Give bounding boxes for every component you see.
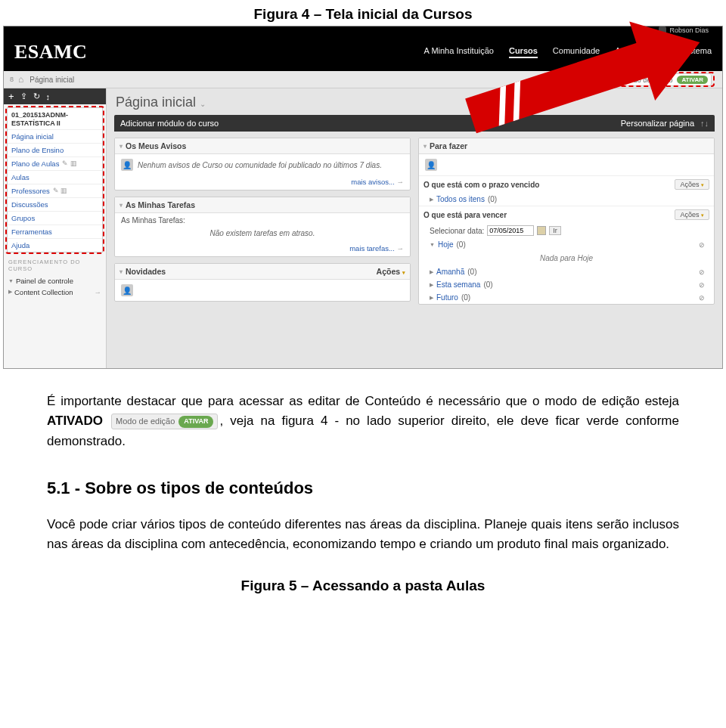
reorder-icon[interactable]: ↑↓ bbox=[700, 119, 709, 128]
main-nav: A Minha Instituição Cursos Comunidade Ad… bbox=[424, 46, 712, 58]
sidebar-item-professores[interactable]: Professores✎ ▥ bbox=[8, 184, 102, 197]
caret-icon: ▶ bbox=[430, 295, 433, 301]
mgmt-heading: GERENCIAMENTO DO CURSO bbox=[8, 259, 101, 275]
module-action-bar: Adicionar módulo do curso Personalizar p… bbox=[114, 115, 715, 132]
row-para-vencer: O que está para vencer Ações ▾ bbox=[419, 206, 714, 223]
course-title: 01_201513ADNM-ESTATÍSTICA II bbox=[8, 108, 102, 129]
panel-minhas-tarefas: ▾As Minhas Tarefas As Minhas Tarefas: Nã… bbox=[114, 197, 411, 257]
edit-icon: ✎ ▥ bbox=[53, 187, 68, 194]
page-title: Página inicial ⌄ bbox=[114, 93, 715, 115]
panel-novidades: ▾Novidades Ações ▾ 👤 bbox=[114, 263, 411, 302]
user-icon: 👤 bbox=[121, 284, 133, 296]
user-icon: 👤 bbox=[425, 159, 437, 171]
panel-title: Novidades bbox=[126, 267, 166, 276]
edit-icon: ✎ ▥ bbox=[62, 160, 77, 167]
caret-icon: ▼ bbox=[8, 278, 14, 283]
sidebar-item-discussoes[interactable]: Discussões bbox=[8, 197, 102, 211]
inline-edit-pill: Modo de edição ATIVAR bbox=[111, 414, 218, 429]
course-management: GERENCIAMENTO DO CURSO ▼Painel de contro… bbox=[4, 252, 106, 301]
row-todos-itens[interactable]: ▶Todos os itens (0) bbox=[419, 193, 714, 206]
acoes-button[interactable]: Ações ▾ bbox=[675, 209, 709, 220]
row-futuro[interactable]: ▶Futuro (0)⊘ bbox=[419, 291, 714, 304]
nav-item-comunidade[interactable]: Comunidade bbox=[553, 46, 600, 58]
row-prazo-vencido: O que está com o prazo vencido Ações ▾ bbox=[419, 175, 714, 193]
row-title: O que está para vencer bbox=[424, 211, 507, 219]
mais-avisos-link[interactable]: mais avisos... bbox=[351, 178, 395, 186]
edit-mode-pill[interactable]: Modo de edição ATIVAR bbox=[608, 73, 712, 86]
row-select-date: Selecionar data: Ir bbox=[419, 223, 714, 238]
mgmt-item-content[interactable]: ▶Content Collection→ bbox=[8, 287, 101, 298]
panel-body-text: Nenhum avisos de Curso ou comunidade foi… bbox=[138, 161, 382, 169]
sort-icon[interactable]: ↕ bbox=[46, 92, 51, 101]
sidebar-item-ferramentas[interactable]: Ferramentas bbox=[8, 225, 102, 238]
user-name: Robson Dias bbox=[669, 26, 709, 34]
panel-column-right: ▾Para fazer 👤 O que está com o prazo ven… bbox=[418, 138, 715, 305]
document-body: É importante destacar que para acessar a… bbox=[0, 369, 726, 612]
calendar-icon[interactable] bbox=[537, 226, 546, 235]
user-icon: 👤 bbox=[121, 159, 133, 171]
breadcrumb-bar: 8 ⌂ Página inicial Modo de edição ATIVAR bbox=[4, 71, 722, 88]
date-input[interactable] bbox=[487, 225, 534, 236]
sidebar-item-plano-aulas[interactable]: Plano de Aulas✎ ▥ bbox=[8, 156, 102, 170]
add-icon[interactable]: + bbox=[8, 91, 14, 102]
ir-button[interactable]: Ir bbox=[549, 226, 561, 235]
expand-icon[interactable]: ⊘ bbox=[694, 268, 709, 276]
screenshot-cursos-home: Robson Dias ESAMC A Minha Instituição Cu… bbox=[3, 26, 723, 369]
nav-item-cursos[interactable]: Cursos bbox=[509, 46, 538, 58]
sidebar: + ⇪ ↻ ↕ 01_201513ADNM-ESTATÍSTICA II Pág… bbox=[4, 88, 107, 368]
sidebar-item-ajuda[interactable]: Ajuda bbox=[8, 238, 102, 252]
edit-mode-label: Modo de edição bbox=[624, 76, 672, 84]
panel-column-left: ▾Os Meus Avisos 👤Nenhum avisos de Curso … bbox=[114, 138, 411, 305]
expand-icon[interactable]: ⊘ bbox=[694, 294, 709, 302]
collapse-icon[interactable]: ▾ bbox=[119, 143, 123, 150]
expand-icon[interactable]: ⊘ bbox=[694, 281, 709, 289]
mgmt-item-painel[interactable]: ▼Painel de controle bbox=[8, 275, 101, 287]
acoes-button[interactable]: Ações ▾ bbox=[377, 267, 405, 276]
mais-tarefas-link[interactable]: mais tarefas... bbox=[349, 244, 395, 252]
paragraph-1: É importante destacar que para acessar a… bbox=[47, 392, 679, 451]
row-hoje[interactable]: ▼Hoje (0)⊘ bbox=[419, 238, 714, 251]
nav-item-instituicao[interactable]: A Minha Instituição bbox=[424, 46, 494, 58]
sidebar-item-plano-ensino[interactable]: Plano de Ensino bbox=[8, 143, 102, 156]
expand-icon[interactable]: ⊘ bbox=[694, 241, 709, 249]
row-amanha[interactable]: ▶Amanhã (0)⊘ bbox=[419, 265, 714, 278]
customize-page-button[interactable]: Personalizar página bbox=[621, 119, 694, 128]
caret-icon: ▶ bbox=[430, 282, 433, 288]
course-menu: 01_201513ADNM-ESTATÍSTICA II Página inic… bbox=[7, 107, 103, 252]
caret-icon: ▶ bbox=[430, 197, 433, 203]
panel-meus-avisos: ▾Os Meus Avisos 👤Nenhum avisos de Curso … bbox=[114, 138, 411, 191]
figure-caption-top: Figura 4 – Tela inicial da Cursos bbox=[0, 0, 726, 26]
counter-badge: 8 bbox=[10, 76, 14, 83]
sidebar-toolbar: + ⇪ ↻ ↕ bbox=[4, 88, 106, 104]
brand-logo: ESAMC bbox=[14, 41, 87, 64]
caret-icon: ▶ bbox=[8, 289, 12, 295]
collapse-icon[interactable]: ▾ bbox=[119, 202, 123, 209]
upload-icon[interactable]: ⇪ bbox=[20, 91, 27, 101]
panel-title: Para fazer bbox=[430, 141, 467, 150]
caret-icon: ▶ bbox=[430, 269, 433, 275]
select-date-label: Selecionar data: bbox=[430, 227, 484, 235]
figure-caption-bottom: Figura 5 – Acessando a pasta Aulas bbox=[47, 575, 679, 596]
logo-bar: ESAMC A Minha Instituição Cursos Comunid… bbox=[4, 36, 722, 71]
panel-body-text: Não existem tarefas em atraso. bbox=[210, 229, 315, 237]
refresh-icon[interactable]: ↻ bbox=[33, 91, 40, 101]
sidebar-item-grupos[interactable]: Grupos bbox=[8, 211, 102, 225]
edit-mode-button[interactable]: ATIVAR bbox=[677, 76, 708, 84]
user-badge[interactable]: Robson Dias bbox=[659, 26, 709, 34]
acoes-button[interactable]: Ações ▾ bbox=[675, 179, 709, 190]
panel-subtitle: As Minhas Tarefas: bbox=[115, 213, 410, 225]
breadcrumb-text: Página inicial bbox=[29, 76, 74, 84]
main-content: Página inicial ⌄ Adicionar módulo do cur… bbox=[107, 88, 722, 368]
home-icon[interactable]: ⌂ bbox=[18, 74, 23, 85]
collapse-icon[interactable]: ▾ bbox=[424, 143, 427, 150]
sidebar-item-aulas[interactable]: Aulas bbox=[8, 170, 102, 184]
row-hoje-empty: Nada para Hoje bbox=[419, 251, 714, 265]
row-semana[interactable]: ▶Esta semana (0)⊘ bbox=[419, 278, 714, 291]
panel-para-fazer: ▾Para fazer 👤 O que está com o prazo ven… bbox=[418, 138, 715, 305]
edit-mode-button: ATIVAR bbox=[178, 416, 213, 428]
add-module-button[interactable]: Adicionar módulo do curso bbox=[120, 119, 219, 128]
collapse-icon[interactable]: ▾ bbox=[119, 268, 123, 275]
sidebar-item-pagina-inicial[interactable]: Página inicial bbox=[8, 129, 102, 143]
chevron-down-icon[interactable]: ⌄ bbox=[200, 100, 206, 108]
nav-item-admin[interactable]: Administração do Sistema bbox=[615, 46, 712, 58]
